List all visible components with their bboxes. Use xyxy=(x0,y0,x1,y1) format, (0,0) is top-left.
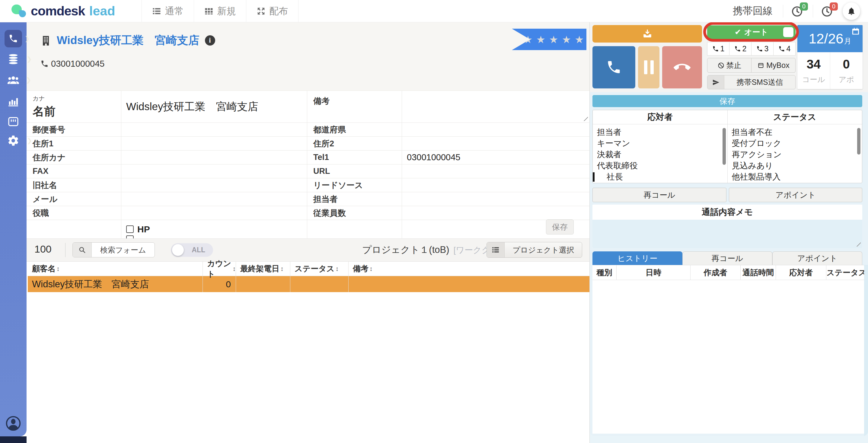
hp-checkbox-2[interactable] xyxy=(126,235,134,239)
bar-chart-icon xyxy=(7,95,19,107)
auto-toggle-button[interactable]: ✔ オート xyxy=(707,25,796,39)
customer-phone[interactable]: 03001000045 xyxy=(51,59,104,69)
responder-item[interactable]: 代表取締役 xyxy=(597,160,727,171)
sidebar-item-reports[interactable] xyxy=(7,95,20,107)
form-value[interactable] xyxy=(121,151,307,164)
sidebar-item-call[interactable]: ❯ xyxy=(4,30,22,48)
top-header: comdesk lead 通常 新規 配布 携帯回線 0 0 xyxy=(0,0,868,22)
form-value[interactable] xyxy=(121,164,307,178)
app-logo[interactable]: comdesk lead xyxy=(11,4,115,19)
sidebar-item-users[interactable]: ❯ xyxy=(6,74,21,86)
list-icon xyxy=(487,242,505,258)
history-table-body xyxy=(592,280,864,434)
status-item[interactable]: 再アクション xyxy=(732,149,862,160)
form-value[interactable] xyxy=(402,91,589,123)
calendar-icon[interactable] xyxy=(851,27,860,36)
call-timer-red[interactable]: 0 xyxy=(821,4,835,18)
tab-1[interactable]: ヒストリー xyxy=(592,251,682,265)
form-value[interactable]: Widsley技研工業 宮崎支店 xyxy=(121,91,307,123)
phone-icon xyxy=(756,45,763,52)
table-row[interactable]: Widsley技研工業 宮崎支店0 xyxy=(28,276,589,292)
column-header-4[interactable]: ステータス↕ xyxy=(290,262,349,276)
phone-line-3[interactable]: 3 xyxy=(751,42,774,55)
pause-button[interactable] xyxy=(638,46,659,88)
responder-status-panel: 応対者 ステータス 担当者キーマン決裁者代表取締役社長 担当者不在受付ブロック再… xyxy=(592,110,862,183)
resize-handle-icon[interactable] xyxy=(856,242,861,247)
hangup-button[interactable] xyxy=(662,46,702,88)
date-header[interactable]: 12/26 月 xyxy=(797,25,863,52)
history-column-3: 作成者 xyxy=(690,265,741,280)
form-value[interactable] xyxy=(121,206,307,220)
download-button[interactable] xyxy=(592,25,702,42)
status-item[interactable]: 見込みあり xyxy=(732,160,862,171)
responder-item[interactable]: 決裁者 xyxy=(597,149,727,160)
form-value[interactable] xyxy=(121,137,307,151)
forbid-button[interactable]: 禁止 xyxy=(707,58,751,73)
form-value[interactable] xyxy=(402,123,589,137)
status-item[interactable]: 担当者不在 xyxy=(732,127,862,138)
call-timer-green[interactable]: 0 xyxy=(791,4,805,18)
pause-icon xyxy=(644,60,647,74)
sidebar-item-terminal[interactable] xyxy=(7,116,20,128)
all-toggle[interactable]: ALL xyxy=(171,243,213,257)
scrollbar-thumb[interactable] xyxy=(857,128,861,155)
form-value[interactable] xyxy=(402,192,589,206)
sidebar-item-database[interactable]: ❯ xyxy=(7,53,20,65)
search-form-button[interactable]: 検索フォーム xyxy=(72,242,155,257)
form-label: 都道府県 xyxy=(307,123,402,137)
form-value[interactable] xyxy=(121,178,307,192)
column-header-2[interactable]: カウント↕ xyxy=(203,262,236,276)
phone-line-4[interactable]: 4 xyxy=(774,42,795,55)
appointment-button[interactable]: アポイント xyxy=(729,188,862,202)
phone-line-2[interactable]: 2 xyxy=(730,42,751,55)
hp-checkbox[interactable] xyxy=(126,225,134,233)
form-value[interactable] xyxy=(402,178,589,192)
phone-line-1[interactable]: 1 xyxy=(707,42,730,55)
tab-3[interactable]: アポイント xyxy=(772,251,862,265)
form-value[interactable] xyxy=(402,164,589,178)
form-value[interactable] xyxy=(402,137,589,151)
history-column-2: 日時 xyxy=(617,265,690,280)
responder-item[interactable]: 担当者 xyxy=(597,127,727,138)
sidebar-item-settings[interactable]: ❯ xyxy=(7,135,20,147)
nav-item-normal[interactable]: 通常 xyxy=(142,0,194,22)
responder-item[interactable]: キーマン xyxy=(597,138,727,149)
nav-item-new[interactable]: 新規 xyxy=(194,0,246,22)
profile-icon[interactable] xyxy=(4,415,22,432)
responder-item[interactable]: 社長 xyxy=(597,171,727,183)
status-item[interactable]: 他社製品導入 xyxy=(732,171,862,183)
resize-handle-icon[interactable] xyxy=(583,116,588,121)
toggle-knob xyxy=(172,244,184,256)
sms-send-button[interactable]: 携帯SMS送信 xyxy=(707,75,796,89)
column-header-1[interactable]: 顧客名↕ xyxy=(28,262,203,276)
mybox-label: MyBox xyxy=(766,61,789,70)
info-icon[interactable]: i xyxy=(205,35,215,45)
status-title: ステータス xyxy=(727,110,862,124)
form-value[interactable]: 03001000045 xyxy=(402,151,589,164)
main-content: Widsley技研工業 宮崎支店 i 03001000045 ★★★★★ 保存 … xyxy=(27,22,589,443)
nav-item-distribute[interactable]: 配布 xyxy=(246,0,299,22)
call-button[interactable] xyxy=(592,46,635,88)
recall-button[interactable]: 再コール xyxy=(592,188,726,202)
notifications-button[interactable] xyxy=(843,2,860,20)
tab-2[interactable]: 再コール xyxy=(682,251,772,265)
memo-textarea[interactable] xyxy=(592,220,862,248)
form-label-text: 名前 xyxy=(33,104,56,119)
scrollbar-track[interactable] xyxy=(864,265,868,436)
form-value[interactable] xyxy=(121,123,307,137)
form-value[interactable] xyxy=(121,192,307,206)
form-value[interactable] xyxy=(402,206,589,220)
search-label: 検索フォーム xyxy=(92,245,155,255)
panel-save-button[interactable]: 保存 xyxy=(592,95,862,107)
paper-plane-icon xyxy=(707,75,724,89)
lead-form: 保存 カナ名前Widsley技研工業 宮崎支店備考郵便番号都道府県住所1住所2住… xyxy=(27,91,589,239)
scrollbar-thumb[interactable] xyxy=(722,128,726,165)
project-select-button[interactable]: プロジェクト選択 xyxy=(487,242,582,258)
status-item[interactable]: 受付ブロック xyxy=(732,138,862,149)
sort-icon: ↕ xyxy=(56,265,60,273)
column-header-3[interactable]: 最終架電日↕ xyxy=(236,262,290,276)
mybox-button[interactable]: MyBox xyxy=(751,58,796,73)
customer-name-link[interactable]: Widsley技研工業 宮崎支店 xyxy=(57,33,199,48)
column-header-5[interactable]: 備考↕ xyxy=(349,262,589,276)
form-label: カナ名前 xyxy=(27,91,121,123)
